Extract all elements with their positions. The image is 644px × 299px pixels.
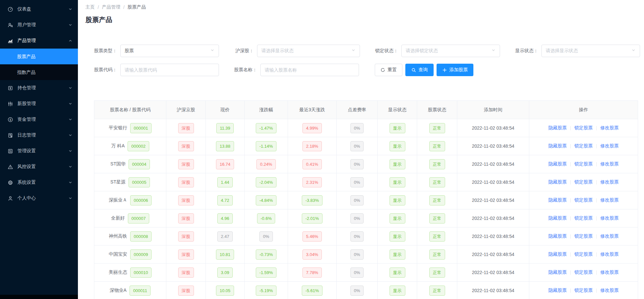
- sidebar-item-new-stocks[interactable]: 新股管理: [0, 96, 78, 112]
- stock-status-badge: 正常: [429, 249, 445, 260]
- add-stock-button[interactable]: 添加股票: [437, 64, 473, 76]
- price-badge: 10.81: [216, 249, 234, 260]
- sidebar-item-system-settings[interactable]: 系统设置: [0, 175, 78, 190]
- lock-stock-link[interactable]: 锁定股票: [574, 251, 593, 257]
- column-header: 显示状态: [378, 101, 417, 119]
- lock-stock-link[interactable]: 锁定股票: [574, 215, 593, 221]
- filter-group-stock-name: 股票名称：: [234, 64, 359, 76]
- lock-stock-link[interactable]: 锁定股票: [574, 161, 593, 167]
- lock-status-select[interactable]: 请选择锁定状态: [401, 45, 500, 57]
- three-day-change-badge: 3.04%: [302, 249, 322, 260]
- lock-stock-link[interactable]: 锁定股票: [574, 269, 593, 275]
- table-row: 万 科A000002深股13.88-1.14%2.18%0%显示正常2022-1…: [94, 137, 638, 155]
- breadcrumb-item[interactable]: 主页: [85, 4, 95, 10]
- hide-stock-link[interactable]: 隐藏股票: [548, 161, 567, 167]
- reset-button[interactable]: 重置: [375, 64, 402, 76]
- action-separator: [596, 162, 597, 166]
- sidebar-item-dashboard[interactable]: 仪表盘: [0, 1, 78, 17]
- lock-stock-link[interactable]: 锁定股票: [574, 288, 593, 293]
- edit-stock-link[interactable]: 修改股票: [600, 179, 619, 185]
- breadcrumb-separator: /: [123, 5, 125, 10]
- column-header: 现价: [206, 101, 245, 119]
- edit-stock-link[interactable]: 修改股票: [600, 143, 619, 149]
- hide-stock-link[interactable]: 隐藏股票: [548, 143, 567, 149]
- stock-code-badge: 000009: [130, 249, 152, 260]
- sidebar-item-label: 用户管理: [17, 22, 68, 28]
- stock-status-badge: 正常: [429, 213, 445, 224]
- chevron-down-icon: [68, 7, 73, 11]
- sidebar-item-users[interactable]: 用户管理: [0, 17, 78, 33]
- action-separator: [596, 288, 597, 293]
- edit-stock-link[interactable]: 修改股票: [600, 215, 619, 221]
- sidebar-subitem-stock-products[interactable]: 股票产品: [0, 49, 78, 64]
- stock-table: 股票名称 / 股票代码沪深京股现价涨跌幅最近3天涨跌点差费率显示状态股票状态添加…: [94, 100, 638, 299]
- filter-row-2: 股票代码： 股票名称： 重置 查询 添加股票: [94, 64, 638, 76]
- edit-stock-link[interactable]: 修改股票: [600, 161, 619, 167]
- sidebar-item-positions[interactable]: 持仓管理: [0, 80, 78, 96]
- edit-stock-link[interactable]: 修改股票: [600, 288, 619, 293]
- market-badge: 深股: [178, 267, 194, 278]
- stock-code-badge: 000011: [130, 286, 151, 296]
- person-icon: [7, 195, 13, 201]
- hide-stock-link[interactable]: 隐藏股票: [548, 197, 567, 203]
- stock-type-select[interactable]: 股票: [120, 45, 219, 57]
- stock-type-label: 股票类型：: [94, 48, 117, 54]
- column-header: 涨跌幅: [245, 101, 288, 119]
- added-time: 2022-11-02 03:48:54: [472, 143, 514, 149]
- display-status-badge: 显示: [390, 177, 405, 187]
- sidebar-subitem-index-products[interactable]: 指数产品: [0, 64, 78, 80]
- main-content: 主页/产品管理/股票产品 股票产品 股票类型： 股票 沪深股： 请选择显示状态 …: [78, 0, 644, 299]
- hide-stock-link[interactable]: 隐藏股票: [548, 179, 567, 185]
- chevron-down-icon: [68, 180, 73, 185]
- stock-status-badge: 正常: [429, 286, 445, 296]
- hide-stock-link[interactable]: 隐藏股票: [548, 251, 567, 257]
- edit-stock-link[interactable]: 修改股票: [600, 125, 619, 131]
- change-badge: -1.59%: [256, 267, 276, 278]
- plus-icon: [442, 68, 447, 73]
- stock-name-input[interactable]: [260, 64, 359, 76]
- breadcrumb-item[interactable]: 产品管理: [102, 4, 120, 10]
- sidebar-item-admin-settings[interactable]: 管理设置: [0, 143, 78, 159]
- three-day-change-badge: 2.18%: [302, 141, 322, 151]
- hide-stock-link[interactable]: 隐藏股票: [548, 125, 567, 131]
- sidebar-item-risk-settings[interactable]: 风控设置: [0, 159, 78, 175]
- edit-stock-link[interactable]: 修改股票: [600, 269, 619, 275]
- action-separator: [570, 288, 571, 293]
- stock-code-label: 股票代码：: [94, 67, 117, 73]
- warning-triangle-icon: [7, 164, 13, 170]
- lock-stock-link[interactable]: 锁定股票: [574, 233, 593, 239]
- breadcrumb: 主页/产品管理/股票产品: [85, 4, 638, 10]
- market-badge: 深股: [178, 286, 194, 296]
- chevron-down-icon: [68, 149, 73, 153]
- action-separator: [596, 216, 597, 221]
- hide-stock-link[interactable]: 隐藏股票: [548, 215, 567, 221]
- sidebar-item-profile[interactable]: 个人中心: [0, 190, 78, 206]
- sidebar-item-logs[interactable]: 日志管理: [0, 127, 78, 143]
- edit-stock-link[interactable]: 修改股票: [600, 197, 619, 203]
- stock-type-value: 股票: [125, 48, 134, 54]
- filter-group-market: 沪深股： 请选择显示状态: [235, 45, 360, 57]
- hide-stock-link[interactable]: 隐藏股票: [548, 233, 567, 239]
- hide-stock-link[interactable]: 隐藏股票: [548, 288, 567, 293]
- sidebar-item-products[interactable]: 产品管理: [0, 33, 78, 49]
- stock-status-badge: 正常: [429, 267, 445, 278]
- search-button-label: 查询: [418, 67, 428, 73]
- edit-stock-link[interactable]: 修改股票: [600, 233, 619, 239]
- edit-stock-link[interactable]: 修改股票: [600, 251, 619, 257]
- display-status-select[interactable]: 请选择显示状态: [541, 45, 640, 57]
- stock-code-badge: 000007: [128, 213, 149, 224]
- lock-stock-link[interactable]: 锁定股票: [574, 197, 593, 203]
- display-status-label: 显示状态：: [515, 48, 538, 54]
- hide-stock-link[interactable]: 隐藏股票: [548, 269, 567, 275]
- stock-code-badge: 000008: [130, 231, 152, 242]
- lock-stock-link[interactable]: 锁定股票: [574, 179, 593, 185]
- spread-rate-badge: 0%: [350, 177, 364, 187]
- filter-group-lock-status: 锁定状态： 请选择锁定状态: [375, 45, 500, 57]
- search-button[interactable]: 查询: [405, 64, 434, 76]
- sidebar-item-funds[interactable]: $资金管理: [0, 112, 78, 127]
- three-day-change-badge: -2.01%: [302, 213, 322, 224]
- lock-stock-link[interactable]: 锁定股票: [574, 125, 593, 131]
- market-select[interactable]: 请选择显示状态: [257, 45, 360, 57]
- stock-code-input[interactable]: [120, 64, 219, 76]
- lock-stock-link[interactable]: 锁定股票: [574, 143, 593, 149]
